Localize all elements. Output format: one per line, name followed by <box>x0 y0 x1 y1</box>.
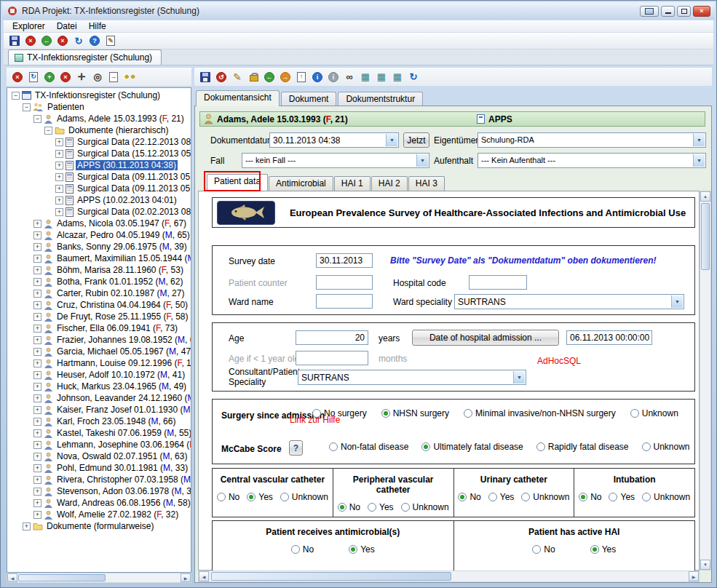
delete-node-icon[interactable]: × <box>58 70 73 84</box>
collapse-toggle[interactable]: − <box>33 115 41 123</box>
tree-item[interactable]: +Surgical Data (15.12.2013 05:00:00) <box>7 148 191 159</box>
dropdown-arrow-icon[interactable]: ▼ <box>671 295 683 308</box>
radio-circle[interactable] <box>401 503 410 512</box>
radio-circle[interactable] <box>630 409 639 418</box>
scroll-left-icon[interactable]: ◀ <box>7 573 17 582</box>
radio-circle[interactable] <box>536 442 545 451</box>
tab-dokument[interactable]: Dokument <box>281 92 337 106</box>
ward-speciality-combo[interactable]: SURTRANS ▼ <box>454 294 684 309</box>
expand-toggle[interactable]: + <box>33 499 41 507</box>
scroll-right-icon[interactable]: ▶ <box>689 571 699 581</box>
expand-toggle[interactable]: + <box>33 511 41 519</box>
expand-toggle[interactable]: + <box>33 453 41 461</box>
move-node-icon[interactable]: ✛ <box>74 70 89 84</box>
minimize-button[interactable] <box>661 6 675 17</box>
radio-circle[interactable] <box>642 442 651 451</box>
radio-circle[interactable] <box>349 545 357 554</box>
radio-circle[interactable] <box>464 409 472 418</box>
tree-horizontal-scrollbar[interactable]: ◀ ▶ <box>7 573 191 583</box>
radio-unknown[interactable]: Unknown <box>630 408 678 418</box>
form-tab-hai-1[interactable]: HAI 1 <box>334 176 371 191</box>
radio-no[interactable]: No <box>579 492 601 502</box>
expand-toggle[interactable]: + <box>33 231 41 239</box>
scroll-thumb[interactable] <box>211 572 451 581</box>
delete-icon[interactable]: × <box>55 33 70 48</box>
patient-counter-input[interactable] <box>316 275 373 290</box>
close-button[interactable]: × <box>693 6 710 17</box>
menu-hilfe[interactable]: Hilfe <box>83 20 112 32</box>
undo-icon[interactable]: ↺ <box>214 70 229 84</box>
scroll-right-icon[interactable]: ▶ <box>181 573 191 582</box>
document-versions-icon[interactable]: ↑ <box>294 70 309 84</box>
radio-no[interactable]: No <box>291 544 314 555</box>
edit-document-icon[interactable]: ✎ <box>103 33 118 48</box>
tree-item[interactable]: −Dokumente (hierarchisch) <box>7 124 191 136</box>
radio-unknown[interactable]: Unknown <box>401 502 449 512</box>
radio-circle[interactable] <box>609 493 617 501</box>
jetzt-button[interactable]: Jetzt <box>403 132 429 148</box>
form-vertical-scrollbar[interactable]: ▲ ▼ <box>700 191 711 571</box>
expand-toggle[interactable]: + <box>55 173 63 181</box>
radio-no[interactable]: No <box>458 492 480 502</box>
expand-toggle[interactable]: + <box>55 138 63 146</box>
radio-unknown[interactable]: Unknown <box>280 492 328 502</box>
expand-toggle[interactable]: + <box>33 313 41 321</box>
expand-toggle[interactable]: + <box>33 418 41 426</box>
search-icon[interactable]: ∞ <box>342 70 357 84</box>
expand-toggle[interactable]: + <box>33 278 41 286</box>
tree-item[interactable]: −Adams, Adele 15.03.1993 (F, 21) <box>7 113 191 124</box>
age-infant-input[interactable] <box>296 351 368 365</box>
tree-item[interactable]: +APPS (30.11.2013 04:38) <box>7 159 191 171</box>
expand-toggle[interactable]: + <box>33 429 41 437</box>
tree-item[interactable]: +Banks, Sonny 29.06.1975 (M, 39) <box>7 241 191 253</box>
dropdown-arrow-icon[interactable]: ▼ <box>416 154 428 167</box>
patient-tree[interactable]: −TX-Infektionsregister (Schulung)−Patien… <box>7 87 191 573</box>
radio-circle[interactable] <box>521 493 530 501</box>
title-bar[interactable]: RDA Projekt: TX-Infektionsregister (Schu… <box>2 2 715 20</box>
tab-dokumentstruktur[interactable]: Dokumentstruktur <box>338 92 423 106</box>
tree-item[interactable]: +Stevenson, Adon 03.06.1978 (M, 36) <box>7 485 191 497</box>
tree-item[interactable]: +Fischer, Ella 06.09.1941 (F, 73) <box>7 322 191 334</box>
tree-item[interactable]: +Baumert, Maximilian 15.05.1944 (M, 70) <box>7 253 191 264</box>
radio-circle[interactable] <box>247 493 255 501</box>
tree-item[interactable]: +Nova, Oswald 02.07.1951 (M, 63) <box>7 450 191 462</box>
expand-toggle[interactable]: + <box>33 290 41 298</box>
refresh-icon[interactable]: ↻ <box>71 33 86 48</box>
expand-toggle[interactable]: + <box>33 220 41 228</box>
tree-item[interactable]: +Pohl, Edmund 30.01.1981 (M, 33) <box>7 462 191 474</box>
tree-item[interactable]: +Böhm, Marisa 28.11.1960 (F, 53) <box>7 264 191 276</box>
expand-toggle[interactable]: + <box>55 185 63 193</box>
edit-icon[interactable]: ✎ <box>230 70 245 84</box>
radio-minimal-invasive-non-nhsn-surgery[interactable]: Minimal invasive/non-NHSN surgery <box>464 408 616 418</box>
expand-toggle[interactable]: + <box>33 359 41 368</box>
expand-toggle[interactable]: + <box>33 325 41 333</box>
patients-icon[interactable]: ☻☻ <box>122 70 137 84</box>
radio-yes[interactable]: Yes <box>590 544 617 555</box>
expand-toggle[interactable]: + <box>33 441 41 449</box>
tree-item[interactable]: +Lehmann, Josephine 03.06.1964 (F, 50) <box>7 439 191 450</box>
expand-toggle[interactable]: + <box>55 162 63 170</box>
dokumentdatum-combo[interactable]: 30.11.2013 04:38 ▼ <box>269 132 399 148</box>
expand-toggle[interactable]: + <box>23 523 31 531</box>
form-tab-hai-3[interactable]: HAI 3 <box>408 176 445 191</box>
radio-yes[interactable]: Yes <box>488 492 515 502</box>
tree-item[interactable]: +Frazier, Johannes 19.08.1952 (M, 62) <box>7 334 191 346</box>
radio-no[interactable]: No <box>532 544 555 555</box>
expand-toggle[interactable]: + <box>33 464 41 472</box>
expand-toggle[interactable]: + <box>33 476 41 484</box>
dropdown-arrow-icon[interactable]: ▼ <box>513 371 525 384</box>
radio-circle[interactable] <box>488 493 497 501</box>
radio-circle[interactable] <box>381 409 390 418</box>
tree-item[interactable]: +Kaiser, Franz Josef 01.01.1930 (M, 84) <box>7 404 191 416</box>
scroll-up-icon[interactable]: ▲ <box>700 191 710 202</box>
tree-item[interactable]: +Karl, Froch 23.05.1948 (M, 66) <box>7 416 191 427</box>
tree-item[interactable]: +Surgical Data (09.11.2013 05:15:00) <box>7 183 191 194</box>
radio-rapidly-fatal-disease[interactable]: Rapidly fatal disease <box>536 442 629 452</box>
admission-date-button[interactable]: Date of hospital admission ... <box>412 330 559 346</box>
save-icon[interactable] <box>198 70 213 84</box>
tree-item[interactable]: +Surgical Data (22.12.2013 08:00:00) <box>7 136 191 148</box>
collapse-toggle[interactable]: − <box>12 92 20 100</box>
radio-yes[interactable]: Yes <box>368 502 394 512</box>
expand-toggle[interactable]: + <box>33 266 41 274</box>
tree-item[interactable]: +Dokumente (formularweise) <box>7 520 191 532</box>
